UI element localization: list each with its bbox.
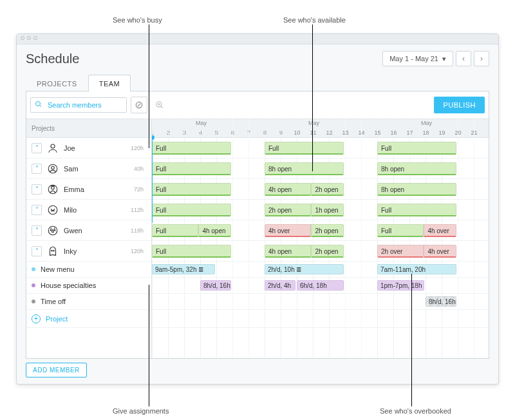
member-hours: 40h bbox=[134, 166, 146, 172]
tab-team[interactable]: TEAM bbox=[88, 75, 131, 91]
availability-bar[interactable]: 2h open1h open bbox=[265, 204, 344, 216]
projects-header: Projects bbox=[26, 119, 151, 138]
availability-bar[interactable]: 4h over2h open bbox=[265, 224, 344, 237]
annotation-assignments: Give assignments bbox=[113, 407, 169, 415]
timeline-row: Full4h open2h open8h open bbox=[152, 179, 489, 200]
month-label: May bbox=[421, 120, 432, 126]
svg-point-12 bbox=[52, 186, 55, 189]
availability-bar[interactable]: Full bbox=[265, 142, 344, 155]
search-input-wrapper[interactable] bbox=[30, 97, 127, 113]
month-label: May bbox=[196, 120, 207, 126]
availability-bar[interactable]: 4h open2h open bbox=[265, 245, 344, 258]
member-row: ˅Gwen118h bbox=[26, 220, 151, 241]
task-row: New menu bbox=[26, 262, 151, 278]
member-hours: 120h bbox=[131, 248, 146, 254]
task-color-dot bbox=[32, 300, 35, 303]
member-name: Inky bbox=[64, 247, 126, 255]
task-name: New menu bbox=[41, 265, 75, 273]
annotation-overbooked: See who's overbooked bbox=[380, 407, 451, 415]
caret-down-icon: ▾ bbox=[442, 55, 446, 63]
svg-point-13 bbox=[48, 205, 57, 215]
member-hours: 112h bbox=[131, 207, 146, 213]
availability-bar[interactable]: Full4h over bbox=[377, 224, 456, 237]
availability-bar[interactable]: Full bbox=[152, 162, 231, 175]
svg-point-10 bbox=[52, 166, 55, 169]
svg-line-1 bbox=[40, 105, 42, 107]
search-icon bbox=[35, 100, 42, 110]
plus-icon: + bbox=[32, 314, 41, 323]
expand-toggle[interactable]: ˅ bbox=[32, 143, 42, 153]
zoom-in-button[interactable] bbox=[151, 97, 168, 113]
page-title: Schedule bbox=[26, 52, 79, 66]
expand-toggle[interactable]: ˅ bbox=[32, 184, 42, 195]
add-member-button[interactable]: ADD MEMBER bbox=[26, 363, 87, 377]
availability-bar[interactable]: 4h open2h open bbox=[265, 183, 344, 196]
task-color-dot bbox=[32, 267, 35, 271]
member-name: Gwen bbox=[64, 227, 126, 234]
publish-button[interactable]: PUBLISH bbox=[434, 97, 485, 113]
member-row: ˅Joe120h bbox=[26, 138, 151, 158]
availability-bar[interactable]: 2h over4h over bbox=[377, 245, 456, 258]
availability-bar[interactable]: Full bbox=[152, 142, 231, 155]
date-range-picker[interactable]: May 1 - May 21 ▾ bbox=[382, 51, 453, 66]
availability-bar[interactable]: 8h open bbox=[377, 183, 456, 196]
timeline-row: Full4h open2h open2h over4h over bbox=[152, 241, 489, 262]
timeline-row: Full2h open1h openFull bbox=[152, 200, 489, 220]
avatar-icon bbox=[47, 184, 59, 195]
svg-point-0 bbox=[36, 101, 41, 106]
timeline-row: 9am-5pm, 32h ≣2h/d, 10h ≣7am-11am, 20h bbox=[152, 262, 489, 278]
availability-bar[interactable]: 8h open bbox=[265, 162, 344, 175]
month-label: May bbox=[308, 120, 319, 126]
assignment-bar[interactable]: 6h/d, 18h bbox=[297, 280, 344, 291]
availability-bar[interactable]: Full bbox=[152, 245, 231, 258]
date-range-label: May 1 - May 21 bbox=[389, 55, 438, 62]
assignment-bar[interactable]: 9am-5pm, 32h ≣ bbox=[152, 264, 215, 274]
assignment-bar[interactable]: 8h/d, 16h bbox=[426, 296, 456, 307]
task-name: Time off bbox=[41, 298, 66, 305]
search-input[interactable] bbox=[46, 100, 122, 110]
availability-bar[interactable]: Full bbox=[152, 183, 231, 196]
assignment-bar[interactable]: 1pm-7pm, 18h bbox=[377, 280, 424, 291]
chevron-left-icon: ‹ bbox=[462, 54, 465, 63]
member-name: Sam bbox=[64, 165, 129, 173]
annotation-available: See who's available bbox=[283, 16, 346, 24]
add-project-button[interactable]: + Project bbox=[26, 310, 151, 328]
member-row: ˅Emma72h bbox=[26, 179, 151, 200]
prev-button[interactable]: ‹ bbox=[456, 51, 471, 66]
panel: PUBLISH Projects ˅Joe120h˅Sam40h˅Emma72h… bbox=[26, 91, 489, 359]
avatar-icon bbox=[47, 163, 59, 175]
svg-point-8 bbox=[51, 144, 55, 148]
assignment-bar[interactable]: 2h/d, 4h bbox=[265, 280, 295, 291]
availability-bar[interactable]: Full4h open bbox=[152, 224, 231, 237]
avatar-icon bbox=[47, 204, 59, 216]
member-row: ˅Sam40h bbox=[26, 158, 151, 179]
availability-bar[interactable]: 8h open bbox=[377, 162, 456, 175]
tab-projects[interactable]: PROJECTS bbox=[26, 75, 88, 91]
assignment-bar[interactable]: 8h/d, 16h bbox=[200, 280, 231, 291]
svg-point-16 bbox=[52, 250, 53, 251]
task-color-dot bbox=[32, 283, 35, 287]
assignment-bar[interactable]: 2h/d, 10h ≣ bbox=[265, 264, 344, 274]
timeline-row: 8h/d, 16h bbox=[152, 294, 489, 310]
app-window: Schedule May 1 - May 21 ▾ ‹ › PROJECTS T… bbox=[16, 33, 499, 385]
window-dot bbox=[27, 36, 31, 40]
next-button[interactable]: › bbox=[474, 51, 489, 66]
expand-toggle[interactable]: ˅ bbox=[32, 205, 42, 215]
window-dot bbox=[33, 36, 37, 40]
availability-bar[interactable]: Full bbox=[377, 204, 456, 216]
chevron-right-icon: › bbox=[480, 54, 483, 63]
expand-toggle[interactable]: ˅ bbox=[32, 225, 42, 236]
availability-bar[interactable]: Full bbox=[152, 204, 231, 216]
avatar-icon bbox=[47, 142, 59, 154]
annotation-busy: See who's busy bbox=[113, 16, 162, 24]
availability-bar[interactable]: Full bbox=[377, 142, 456, 155]
task-row: House specialties bbox=[26, 278, 151, 294]
task-row: Time off bbox=[26, 294, 151, 310]
avatar-icon bbox=[47, 225, 59, 236]
expand-toggle[interactable]: ˄ bbox=[32, 246, 42, 256]
window-dot bbox=[21, 36, 24, 40]
filter-button[interactable] bbox=[131, 97, 147, 113]
expand-toggle[interactable]: ˅ bbox=[32, 164, 42, 174]
assignment-bar[interactable]: 7am-11am, 20h bbox=[377, 264, 456, 274]
member-hours: 120h bbox=[131, 145, 146, 151]
